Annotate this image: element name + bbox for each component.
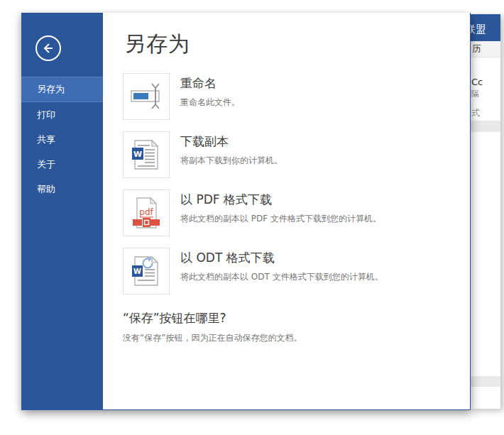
option-rename[interactable]: 重命名 重命名此文件。 [123,73,453,120]
sidebar-item-label: 打印 [37,109,55,120]
rename-icon [126,77,166,116]
sidebar-item-label: 关于 [37,159,55,170]
background-word-window: 联盟 历 Cc 隔 式 [471,14,500,409]
option-text: 以 ODT 格式下载 将此文档的副本以 ODT 文件格式下载到您的计算机。 [180,248,383,294]
option-title: 重命名 [180,75,240,91]
style-name-fragment: 隔 [471,89,479,99]
option-icon-box: W [123,131,170,178]
sidebar-item-help[interactable]: 帮助 [21,177,103,202]
word-document-icon: W [126,135,166,175]
option-description: 将此文档的副本以 PDF 文件格式下载到您的计算机。 [180,213,381,225]
save-note: “保存”按钮在哪里? 没有“保存”按钮，因为正在自动保存您的文档。 [123,310,453,344]
save-note-heading: “保存”按钮在哪里? [123,310,453,326]
save-as-options: 重命名 重命名此文件。 [123,73,453,294]
option-text: 下载副本 将副本下载到你的计算机。 [180,131,283,178]
background-ribbon-tab-fragment: 历 [472,41,481,57]
option-download-pdf[interactable]: pdf 以 PDF 格式下载 将此文档的副本以 PDF 文件格式下载到您的计算机… [123,189,453,236]
option-title: 以 ODT 格式下载 [180,250,383,265]
option-description: 将此文档的副本以 ODT 文件格式下载到您的计算机。 [180,271,383,283]
pdf-document-icon: pdf [126,193,166,233]
sidebar-item-label: 共享 [37,134,55,145]
background-titlebar-text: 联盟 [471,23,486,36]
option-text: 重命名 重命名此文件。 [180,73,240,120]
option-description: 重命名此文件。 [180,97,240,109]
back-button[interactable] [35,35,61,61]
style-preview-fragment: Cc [471,77,483,87]
sidebar-item-save-as[interactable]: 另存为 [21,77,103,102]
option-title: 下载副本 [180,133,283,149]
ribbon-bottom-band [471,121,500,132]
status-bar-band [471,376,500,387]
svg-text:W: W [133,150,142,159]
svg-text:W: W [133,268,141,275]
odt-document-icon: W [126,251,166,291]
option-title: 以 PDF 格式下载 [180,192,381,207]
sidebar-nav: 另存为 打印 共享 关于 帮助 [21,77,103,202]
background-titlebar: 联盟 [471,14,500,41]
sidebar-item-label: 另存为 [37,84,65,94]
styles-label-fragment: 式 [471,107,480,119]
option-description: 将副本下载到你的计算机。 [180,155,283,167]
backstage-sidebar: 另存为 打印 共享 关于 帮助 [21,13,103,409]
option-icon-box: W [123,248,170,294]
backstage-content: 另存为 重命名 重命名此文件。 [103,13,470,409]
sidebar-item-print[interactable]: 打印 [21,102,103,127]
svg-text:pdf: pdf [139,207,153,217]
background-ribbon-tab-row: 历 [471,41,500,57]
back-arrow-icon [41,41,55,55]
option-icon-box [123,73,170,120]
backstage-save-as-view: 另存为 打印 共享 关于 帮助 另存为 [21,13,471,410]
sidebar-item-share[interactable]: 共享 [21,127,103,152]
page-title: 另存为 [124,31,453,57]
sidebar-item-label: 帮助 [37,184,55,194]
option-download-copy[interactable]: W 下载副本 将副本下载到你的计算机。 [123,131,453,178]
option-icon-box: pdf [123,189,170,236]
sidebar-item-about[interactable]: 关于 [21,152,103,177]
option-text: 以 PDF 格式下载 将此文档的副本以 PDF 文件格式下载到您的计算机。 [180,189,381,236]
option-download-odt[interactable]: W 以 ODT 格式下载 将此文档的副本以 ODT 文件格式下载到您的计算机。 [123,248,453,294]
save-note-description: 没有“保存”按钮，因为正在自动保存您的文档。 [123,332,453,344]
